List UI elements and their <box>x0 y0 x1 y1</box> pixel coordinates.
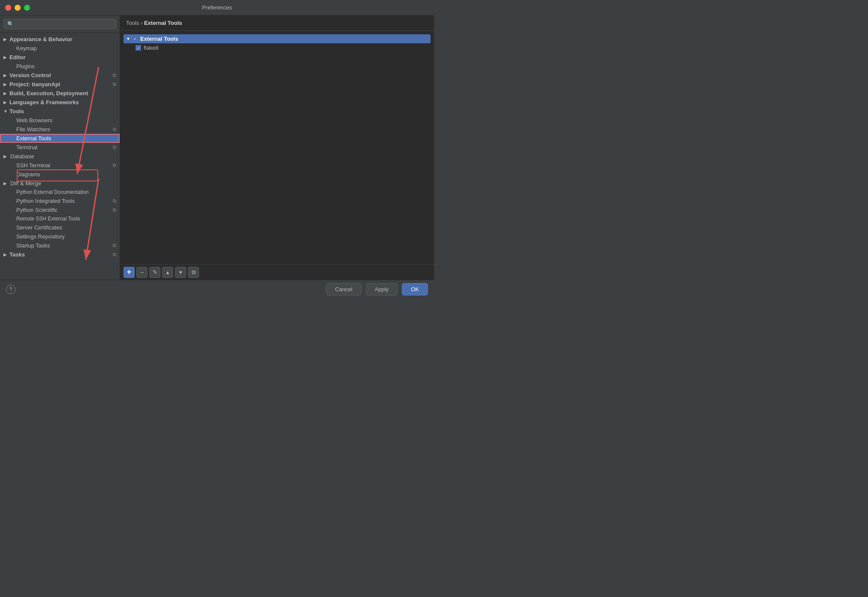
sidebar-tree: ▶ Appearance & Behavior Keymap ▶ Editor … <box>0 33 120 280</box>
arrow-icon: ▼ <box>3 109 9 114</box>
sidebar-item-appearance[interactable]: ▶ Appearance & Behavior <box>0 35 120 44</box>
sidebar-item-languages[interactable]: ▶ Languages & Frameworks <box>0 98 120 107</box>
sidebar-item-label: Remote SSH External Tools <box>9 216 80 222</box>
copy-icon: ⧉ <box>113 207 116 213</box>
external-tools-label: External Tools <box>140 36 178 42</box>
help-button[interactable]: ? <box>6 285 15 294</box>
sidebar-item-label: Appearance & Behavior <box>9 36 72 42</box>
sidebar-item-label: File Watchers <box>9 126 50 133</box>
move-up-button[interactable]: ▲ <box>162 267 173 278</box>
expand-arrow-icon: ▼ <box>126 36 132 41</box>
sidebar-item-server-certs[interactable]: Server Certificates <box>0 223 120 232</box>
add-button[interactable]: + <box>124 267 135 278</box>
arrow-icon: ▶ <box>3 37 9 42</box>
remove-button[interactable]: − <box>136 267 148 278</box>
copy-icon: ⧉ <box>113 198 116 204</box>
sidebar-item-label: Terminal <box>9 144 37 151</box>
content-tree: ▼ ✓ External Tools ✓ flake8 <box>120 31 434 264</box>
sidebar-item-label: Web Browsers <box>9 117 52 124</box>
content-row-external-tools[interactable]: ▼ ✓ External Tools <box>124 34 431 43</box>
sidebar-item-python-ext-doc[interactable]: Python External Documentation <box>0 188 120 196</box>
sidebar-item-label: Editor <box>9 54 26 60</box>
sidebar-item-label: SSH Terminal <box>9 162 50 169</box>
sidebar-item-keymap[interactable]: Keymap <box>0 44 120 53</box>
copy-icon: ⧉ <box>113 145 116 150</box>
sidebar-item-editor[interactable]: ▶ Editor <box>0 53 120 62</box>
sidebar-item-diff-merge[interactable]: ▶ Diff & Merge <box>0 179 120 188</box>
content-toolbar: + − ✎ ▲ ▼ ⧉ <box>120 264 434 280</box>
bottom-bar: ? Cancel Apply OK <box>0 280 434 298</box>
sidebar-item-label: Diagrams <box>9 171 40 178</box>
sidebar-item-startup-tasks[interactable]: Startup Tasks ⧉ <box>0 241 120 250</box>
apply-button[interactable]: Apply <box>366 283 398 295</box>
sidebar-item-label: Python Integrated Tools <box>9 198 75 204</box>
main-layout: ▶ Appearance & Behavior Keymap ▶ Editor … <box>0 15 434 280</box>
bottom-left: ? <box>6 285 15 294</box>
sidebar-item-remote-ssh[interactable]: Remote SSH External Tools <box>0 214 120 223</box>
copy-icon: ⧉ <box>113 163 116 168</box>
sidebar-item-plugins[interactable]: Plugins <box>0 62 120 71</box>
sidebar-item-web-browsers[interactable]: Web Browsers <box>0 116 120 125</box>
sidebar-item-label: Startup Tasks <box>9 242 50 249</box>
sidebar-item-file-watchers[interactable]: File Watchers ⧉ <box>0 125 120 134</box>
window-controls[interactable] <box>5 5 30 11</box>
breadcrumb: Tools › External Tools <box>120 15 434 31</box>
sidebar-item-version-control[interactable]: ▶ Version Control ⧉ <box>0 71 120 80</box>
copy-icon: ⧉ <box>113 243 116 248</box>
content-row-flake8[interactable]: ✓ flake8 <box>124 43 431 52</box>
sidebar-item-external-tools[interactable]: External Tools <box>0 134 120 143</box>
copy-icon: ⧉ <box>113 127 116 132</box>
copy-button[interactable]: ⧉ <box>188 267 199 278</box>
sidebar-item-database[interactable]: ▶ Database <box>0 152 120 161</box>
sidebar-item-terminal[interactable]: Terminal ⧉ <box>0 143 120 152</box>
close-button[interactable] <box>5 5 11 11</box>
bottom-right: Cancel Apply OK <box>326 283 428 295</box>
sidebar-item-label: External Tools <box>9 135 51 142</box>
sidebar-item-label: Diff & Merge <box>9 180 41 187</box>
maximize-button[interactable] <box>24 5 30 11</box>
copy-icon: ⧉ <box>113 81 116 87</box>
arrow-icon: ▶ <box>3 181 9 186</box>
content-area: Tools › External Tools ▼ ✓ External Tool… <box>120 15 434 280</box>
move-down-button[interactable]: ▼ <box>175 267 186 278</box>
arrow-icon: ▶ <box>3 154 9 159</box>
sidebar-item-diagrams[interactable]: Diagrams <box>0 170 120 179</box>
sidebar-item-build[interactable]: ▶ Build, Execution, Deployment <box>0 89 120 98</box>
arrow-icon: ▶ <box>3 91 9 96</box>
sidebar-item-tasks[interactable]: ▶ Tasks ⧉ <box>0 250 120 259</box>
arrow-icon: ▶ <box>3 55 9 60</box>
sidebar-item-python-int-tools[interactable]: Python Integrated Tools ⧉ <box>0 196 120 205</box>
flake8-checkbox[interactable]: ✓ <box>136 45 141 51</box>
arrow-icon: ▶ <box>3 252 9 257</box>
arrow-icon: ▶ <box>3 73 9 78</box>
sidebar-item-label: Tools <box>9 108 24 115</box>
sidebar-item-label: Plugins <box>9 63 35 69</box>
sidebar-item-tools[interactable]: ▼ Tools <box>0 107 120 116</box>
arrow-icon: ▶ <box>3 100 9 105</box>
sidebar-item-label: Keymap <box>9 45 37 51</box>
ok-button[interactable]: OK <box>402 283 428 295</box>
breadcrumb-current: External Tools <box>144 20 182 26</box>
sidebar-item-project[interactable]: ▶ Project: tianyanApi ⧉ <box>0 80 120 89</box>
sidebar-item-label: Version Control <box>9 72 51 78</box>
sidebar-item-label: Database <box>9 153 34 160</box>
copy-icon: ⧉ <box>113 252 116 257</box>
sidebar: ▶ Appearance & Behavior Keymap ▶ Editor … <box>0 15 120 280</box>
sidebar-item-label: Server Certificates <box>9 224 62 231</box>
search-input[interactable] <box>3 19 116 29</box>
flake8-label: flake8 <box>144 45 159 51</box>
edit-button[interactable]: ✎ <box>149 267 160 278</box>
sidebar-item-ssh-terminal[interactable]: SSH Terminal ⧉ <box>0 161 120 170</box>
minimize-button[interactable] <box>15 5 21 11</box>
sidebar-item-label: Project: tianyanApi <box>9 81 60 87</box>
sidebar-item-label: Tasks <box>9 251 25 258</box>
breadcrumb-separator: › <box>141 20 144 26</box>
external-tools-checkbox[interactable]: ✓ <box>132 36 138 42</box>
sidebar-item-settings-repo[interactable]: Settings Repository <box>0 232 120 241</box>
search-bar <box>0 15 120 33</box>
cancel-button[interactable]: Cancel <box>326 283 361 295</box>
window-title: Preferences <box>202 4 232 11</box>
sidebar-item-label: Python External Documentation <box>9 189 89 195</box>
sidebar-item-python-scientific[interactable]: Python Scientific ⧉ <box>0 205 120 214</box>
arrow-icon: ▶ <box>3 82 9 87</box>
